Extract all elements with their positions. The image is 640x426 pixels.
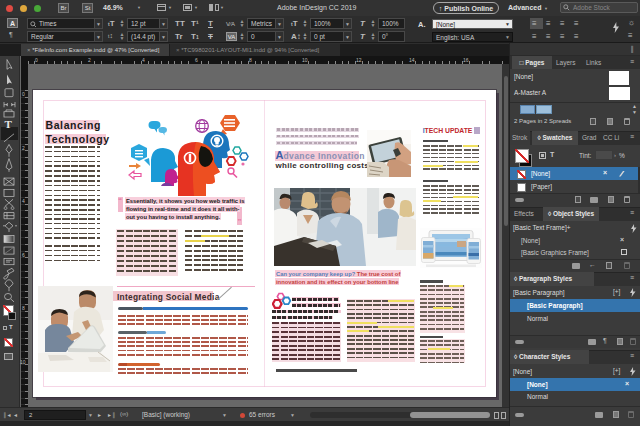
- svg-text:T: T: [5, 119, 12, 129]
